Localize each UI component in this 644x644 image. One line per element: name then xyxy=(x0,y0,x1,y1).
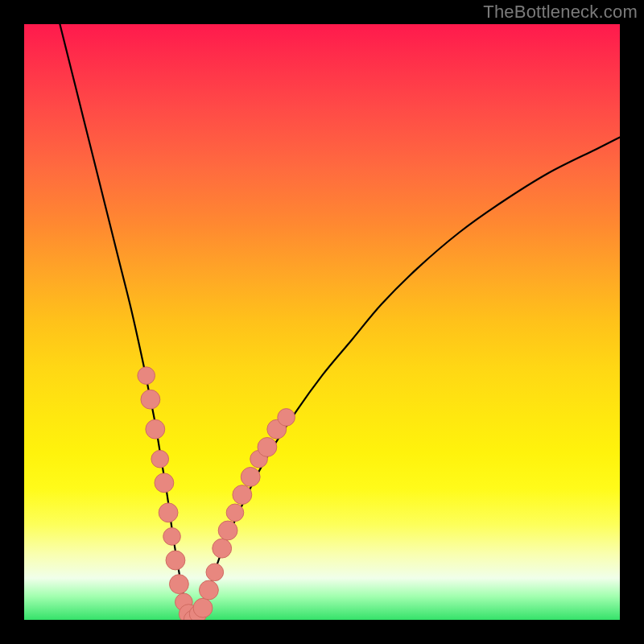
curve-markers xyxy=(138,367,295,620)
curve-marker xyxy=(138,367,155,385)
curve-marker xyxy=(206,564,224,581)
plot-area xyxy=(24,24,620,620)
curve-marker xyxy=(199,580,218,600)
curve-marker xyxy=(193,598,213,617)
chart-frame: TheBottleneck.com xyxy=(0,0,644,644)
curve-marker xyxy=(166,551,185,570)
watermark-text: TheBottleneck.com xyxy=(483,2,638,23)
curve-marker xyxy=(146,419,165,439)
curve-marker xyxy=(169,575,188,594)
curve-marker xyxy=(151,450,169,468)
bottleneck-curve xyxy=(60,24,620,620)
curve-marker xyxy=(241,467,260,486)
curve-marker xyxy=(159,503,178,522)
curve-marker xyxy=(258,437,277,456)
chart-svg xyxy=(24,24,620,620)
curve-marker xyxy=(163,528,181,546)
curve-marker xyxy=(218,521,237,540)
curve-marker xyxy=(155,473,174,493)
curve-marker xyxy=(278,409,295,427)
curve-marker xyxy=(226,504,244,522)
curve-marker xyxy=(141,390,160,409)
curve-marker xyxy=(213,539,232,558)
curve-marker xyxy=(233,485,252,505)
